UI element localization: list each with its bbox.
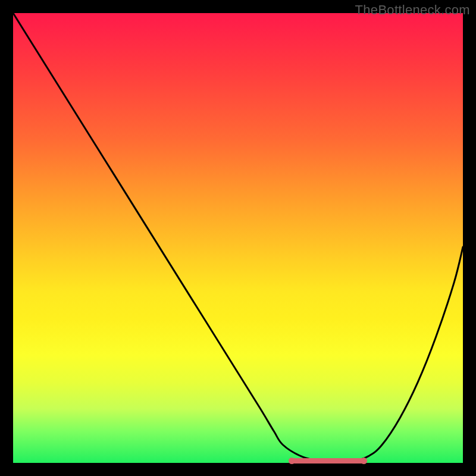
plot-area	[13, 13, 463, 463]
flat-segment-dot-right	[361, 458, 367, 464]
flat-segment-dot-left	[289, 458, 295, 464]
flat-segment	[292, 458, 364, 464]
curve-svg	[13, 13, 463, 463]
chart-frame: TheBottleneck.com	[0, 0, 476, 476]
bottleneck-curve	[13, 13, 463, 461]
watermark-text: TheBottleneck.com	[355, 2, 470, 18]
